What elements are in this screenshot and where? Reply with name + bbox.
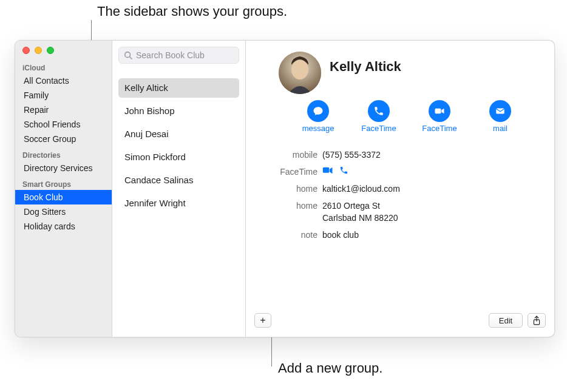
field-row-email: home kaltick1@icloud.com bbox=[264, 180, 542, 197]
sidebar: iCloud All Contacts Family Repair School… bbox=[15, 41, 112, 337]
action-facetime-audio[interactable]: FaceTime bbox=[358, 100, 400, 133]
callout-leader-bottom bbox=[271, 334, 272, 367]
add-button[interactable]: + bbox=[254, 313, 271, 328]
phone-icon[interactable] bbox=[339, 166, 348, 175]
sidebar-section-header: iCloud bbox=[15, 59, 112, 73]
sidebar-item-book-club[interactable]: Book Club bbox=[15, 190, 112, 204]
search-input[interactable]: Search Book Club bbox=[118, 47, 239, 64]
action-label: FaceTime bbox=[422, 124, 457, 133]
sidebar-section-header: Directories bbox=[15, 146, 112, 161]
field-label: home bbox=[264, 183, 322, 195]
field-row-mobile: mobile (575) 555-3372 bbox=[264, 146, 542, 163]
window-controls bbox=[15, 41, 112, 59]
message-bubble-icon bbox=[313, 106, 324, 117]
action-label: message bbox=[302, 124, 334, 133]
list-item[interactable]: Jennifer Wright bbox=[118, 194, 239, 213]
detail-header: Kelly Altick bbox=[246, 41, 554, 98]
svg-rect-4 bbox=[435, 109, 441, 113]
svg-rect-5 bbox=[496, 109, 504, 114]
contact-list: Kelly Altick John Bishop Anuj Desai Simo… bbox=[112, 67, 245, 217]
action-row: message FaceTime FaceTime bbox=[246, 98, 554, 141]
sidebar-item-family[interactable]: Family bbox=[15, 88, 112, 103]
callout-top: The sidebar shows your groups. bbox=[97, 4, 287, 19]
video-icon bbox=[433, 105, 446, 117]
field-row-note: note book club bbox=[264, 226, 542, 243]
action-facetime-video[interactable]: FaceTime bbox=[418, 100, 461, 133]
search-placeholder: Search Book Club bbox=[136, 50, 205, 60]
list-item[interactable]: Kelly Altick bbox=[118, 78, 239, 98]
field-value bbox=[322, 166, 348, 175]
sidebar-item-holiday-cards[interactable]: Holiday cards bbox=[15, 219, 112, 234]
fields: mobile (575) 555-3372 FaceTime home kal bbox=[246, 141, 554, 243]
close-window-button[interactable] bbox=[22, 47, 30, 54]
minimize-window-button[interactable] bbox=[35, 47, 42, 54]
sidebar-item-school-friends[interactable]: School Friends bbox=[15, 117, 112, 132]
plus-icon: + bbox=[260, 315, 265, 326]
action-message[interactable]: message bbox=[297, 100, 339, 133]
field-row-address: home 2610 Ortega St Carlsbad NM 88220 bbox=[264, 197, 542, 226]
sidebar-item-repair[interactable]: Repair bbox=[15, 103, 112, 117]
field-label: note bbox=[264, 229, 322, 241]
action-mail[interactable]: mail bbox=[479, 100, 521, 133]
zoom-window-button[interactable] bbox=[47, 47, 54, 54]
field-value[interactable]: book club bbox=[322, 229, 359, 241]
field-label: FaceTime bbox=[264, 166, 322, 178]
sidebar-section-header: Smart Groups bbox=[15, 175, 112, 190]
contact-detail-pane: Kelly Altick message FaceTime bbox=[246, 41, 554, 337]
sidebar-item-soccer-group[interactable]: Soccer Group bbox=[15, 132, 112, 146]
svg-line-1 bbox=[130, 57, 132, 59]
contacts-window: iCloud All Contacts Family Repair School… bbox=[15, 40, 555, 337]
share-button[interactable] bbox=[528, 313, 546, 328]
list-item[interactable]: Simon Pickford bbox=[118, 147, 239, 167]
action-label: mail bbox=[493, 124, 508, 133]
list-item[interactable]: Anuj Desai bbox=[118, 124, 239, 144]
envelope-icon bbox=[495, 106, 506, 117]
search-icon bbox=[124, 51, 132, 59]
field-row-facetime: FaceTime bbox=[264, 163, 542, 180]
avatar bbox=[279, 52, 321, 94]
detail-footer: + Edit bbox=[246, 309, 554, 337]
list-item[interactable]: Candace Salinas bbox=[118, 171, 239, 190]
svg-point-3 bbox=[291, 60, 308, 79]
sidebar-item-dog-sitters[interactable]: Dog Sitters bbox=[15, 204, 112, 219]
share-icon bbox=[532, 316, 541, 325]
contact-name: Kelly Altick bbox=[330, 59, 401, 75]
field-value[interactable]: 2610 Ortega St Carlsbad NM 88220 bbox=[322, 200, 398, 224]
edit-label: Edit bbox=[499, 316, 512, 325]
sidebar-item-all-contacts[interactable]: All Contacts bbox=[15, 73, 112, 88]
callout-bottom: Add a new group. bbox=[278, 360, 382, 376]
list-item[interactable]: John Bishop bbox=[118, 101, 239, 121]
contact-list-column: Search Book Club Kelly Altick John Bisho… bbox=[112, 41, 246, 337]
edit-button[interactable]: Edit bbox=[489, 313, 523, 328]
svg-rect-6 bbox=[323, 167, 330, 172]
video-icon[interactable] bbox=[322, 166, 333, 175]
field-label: home bbox=[264, 200, 322, 212]
action-label: FaceTime bbox=[361, 124, 396, 133]
field-value[interactable]: (575) 555-3372 bbox=[322, 149, 381, 161]
sidebar-item-directory-services[interactable]: Directory Services bbox=[15, 161, 112, 175]
field-value[interactable]: kaltick1@icloud.com bbox=[322, 183, 400, 195]
phone-icon bbox=[373, 106, 384, 117]
field-label: mobile bbox=[264, 149, 322, 161]
